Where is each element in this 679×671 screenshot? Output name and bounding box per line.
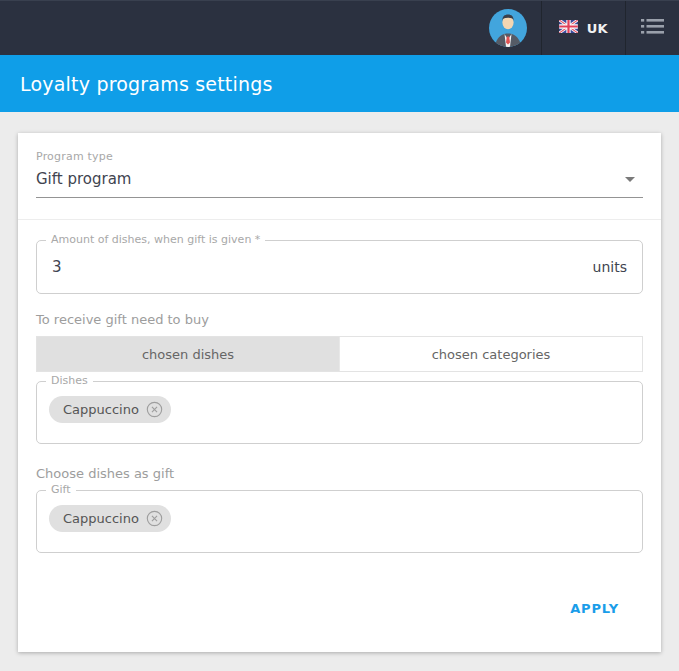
menu-button[interactable] (625, 1, 679, 55)
apply-button[interactable]: APPLY (560, 593, 629, 624)
buy-type-tab-group: chosen dishes chosen categories (36, 336, 643, 372)
tab-chosen-categories[interactable]: chosen categories (339, 337, 642, 371)
remove-circle-icon[interactable] (146, 510, 163, 527)
tab-chosen-dishes[interactable]: chosen dishes (37, 337, 339, 371)
amount-input[interactable] (52, 258, 593, 276)
user-avatar-button[interactable] (475, 1, 541, 55)
page-toolbar: Loyalty programs settings (0, 55, 679, 112)
caret-down-icon (625, 177, 635, 182)
page-body: Program type Gift program Amount of dish… (0, 112, 679, 652)
gift-chip-label: Cappuccino (63, 511, 139, 526)
list-menu-icon (641, 18, 664, 39)
program-type-label: Program type (36, 150, 643, 163)
gift-field[interactable]: Gift Cappuccino (36, 490, 643, 553)
settings-card: Program type Gift program Amount of dish… (18, 133, 661, 652)
amount-units-suffix: units (593, 259, 627, 275)
user-avatar-icon (489, 9, 527, 47)
top-header: UK (0, 0, 679, 55)
gift-field-label: Gift (46, 483, 76, 496)
dish-chip-label: Cappuccino (63, 402, 139, 417)
amount-field: Amount of dishes, when gift is given * u… (36, 240, 643, 294)
language-label: UK (587, 21, 608, 36)
dishes-field-label: Dishes (46, 374, 93, 387)
language-selector[interactable]: UK (541, 1, 625, 55)
gift-chip: Cappuccino (49, 505, 171, 532)
remove-circle-icon[interactable] (146, 401, 163, 418)
program-type-value: Gift program (36, 170, 132, 188)
amount-field-label: Amount of dishes, when gift is given * (46, 233, 265, 246)
gift-section-label: Choose dishes as gift (36, 466, 643, 481)
dishes-field[interactable]: Dishes Cappuccino (36, 381, 643, 444)
buy-section-label: To receive gift need to buy (36, 312, 643, 327)
uk-flag-icon (559, 20, 578, 36)
apply-row: APPLY (36, 593, 643, 624)
program-type-select[interactable]: Program type Gift program (36, 150, 643, 198)
page-title: Loyalty programs settings (20, 73, 273, 95)
section-divider (18, 219, 661, 220)
dish-chip: Cappuccino (49, 396, 171, 423)
